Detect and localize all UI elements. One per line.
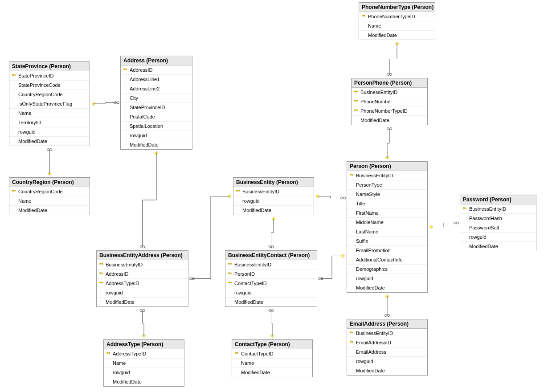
column-row[interactable]: ModifiedDate xyxy=(9,137,90,146)
column-row[interactable]: Title xyxy=(347,199,427,208)
column-row[interactable]: Name xyxy=(104,359,184,368)
entity-businessentityaddress[interactable]: BusinessEntityAddress (Person)BusinessEn… xyxy=(96,250,188,307)
column-row[interactable]: PhoneNumberTypeID xyxy=(359,12,435,21)
svg-point-1 xyxy=(387,74,389,76)
column-row[interactable]: ModifiedDate xyxy=(347,366,427,375)
column-row[interactable]: NameStyle xyxy=(347,190,427,199)
column-row[interactable]: CountryRegionCode xyxy=(9,187,90,196)
column-row[interactable]: TerritoryID xyxy=(9,118,90,127)
column-row[interactable]: IsOnlyStateProvinceFlag xyxy=(9,99,90,109)
entity-businessentitycontact[interactable]: BusinessEntityContact (Person)BusinessEn… xyxy=(225,250,317,307)
column-row[interactable]: ModifiedDate xyxy=(225,298,317,306)
column-row[interactable]: StateProvinceCode xyxy=(9,81,90,90)
column-row[interactable]: AddressTypeID xyxy=(104,349,184,359)
column-row[interactable]: ModifiedDate xyxy=(352,116,427,125)
column-row[interactable]: ModifiedDate xyxy=(233,206,314,215)
column-row[interactable]: ModifiedDate xyxy=(9,206,90,215)
column-row[interactable]: BusinessEntityID xyxy=(97,260,188,270)
column-row[interactable]: Name xyxy=(359,21,435,31)
column-row[interactable]: Name xyxy=(232,359,312,368)
column-name: Name xyxy=(17,198,31,204)
column-row[interactable]: PersonType xyxy=(347,180,427,190)
column-row[interactable]: AddressTypeID xyxy=(97,279,188,288)
entity-password[interactable]: Password (Person)BusinessEntityIDPasswor… xyxy=(460,195,536,251)
column-row[interactable]: AddressLine2 xyxy=(121,84,192,94)
column-row[interactable]: PasswordHash xyxy=(460,214,536,223)
entity-personphone[interactable]: PersonPhone (Person)BusinessEntityIDPhon… xyxy=(351,78,428,125)
column-row[interactable]: AddressID xyxy=(121,65,192,75)
svg-point-29 xyxy=(457,222,459,224)
column-row[interactable]: BusinessEntityID xyxy=(233,187,314,196)
column-row[interactable]: ModifiedDate xyxy=(460,242,536,251)
svg-point-4 xyxy=(390,128,392,130)
column-row[interactable]: EmailPromotion xyxy=(347,246,427,255)
entity-addresstype[interactable]: AddressType (Person)AddressTypeIDNamerow… xyxy=(103,339,184,387)
column-name: rowguid xyxy=(112,370,130,375)
entity-businessentity[interactable]: BusinessEntity (Person)BusinessEntityIDr… xyxy=(233,177,314,215)
column-row[interactable]: ModifiedDate xyxy=(104,377,184,386)
entity-phonenumbertype[interactable]: PhoneNumberType (Person)PhoneNumberTypeI… xyxy=(359,2,435,40)
column-row[interactable]: ModifiedDate xyxy=(121,140,192,149)
column-row[interactable]: PersonID xyxy=(225,270,317,279)
column-row[interactable]: ModifiedDate xyxy=(347,283,427,292)
column-row[interactable]: ModifiedDate xyxy=(97,298,188,306)
column-row[interactable]: LastName xyxy=(347,227,427,237)
svg-rect-89 xyxy=(353,332,353,334)
column-row[interactable]: rowguid xyxy=(97,288,188,298)
column-row[interactable]: SpatialLocation xyxy=(121,122,192,131)
column-row[interactable]: rowguid xyxy=(225,288,317,298)
column-row[interactable]: BusinessEntityID xyxy=(460,204,536,214)
column-name: ModifiedDate xyxy=(367,33,397,38)
column-row[interactable]: Suffix xyxy=(347,237,427,246)
column-row[interactable]: BusinessEntityID xyxy=(225,260,317,270)
column-row[interactable]: Name xyxy=(9,109,90,118)
column-row[interactable]: StateProvinceID xyxy=(9,71,90,81)
column-row[interactable]: CountryRegionCode xyxy=(9,90,90,99)
column-row[interactable]: ContactTypeID xyxy=(232,349,312,359)
column-row[interactable]: MiddleName xyxy=(347,218,427,227)
svg-point-16 xyxy=(269,246,271,248)
column-row[interactable]: ContactTypeID xyxy=(225,279,317,288)
column-row[interactable]: ModifiedDate xyxy=(232,368,312,377)
column-row[interactable]: BusinessEntityID xyxy=(347,171,427,180)
svg-point-9 xyxy=(47,149,49,151)
column-row[interactable]: PostalCode xyxy=(121,112,192,122)
column-row[interactable]: AddressLine1 xyxy=(121,75,192,84)
column-row[interactable]: Demographics xyxy=(347,265,427,274)
column-row[interactable]: ModifiedDate xyxy=(359,31,435,40)
entity-address[interactable]: Address (Person)AddressIDAddressLine1Add… xyxy=(120,56,192,150)
column-row[interactable]: rowguid xyxy=(347,357,427,366)
column-row[interactable]: StateProvinceID xyxy=(121,103,192,112)
svg-point-10 xyxy=(50,149,52,151)
column-row[interactable]: AddressID xyxy=(97,270,188,279)
entity-emailaddress[interactable]: EmailAddress (Person)BusinessEntityIDEma… xyxy=(347,319,428,376)
column-row[interactable]: PhoneNumber xyxy=(352,97,427,106)
column-row[interactable]: rowguid xyxy=(121,131,192,140)
column-row[interactable]: FirstName xyxy=(347,208,427,218)
column-row[interactable]: rowguid xyxy=(9,127,90,137)
column-row[interactable]: PasswordSalt xyxy=(460,223,536,233)
column-row[interactable]: BusinessEntityID xyxy=(352,88,427,97)
entity-stateprovince[interactable]: StateProvince (Person)StateProvinceIDSta… xyxy=(9,61,90,146)
entity-person[interactable]: Person (Person)BusinessEntityIDPersonTyp… xyxy=(347,161,428,293)
column-row[interactable]: PhoneNumberTypeID xyxy=(352,106,427,116)
entity-contacttype[interactable]: ContactType (Person)ContactTypeIDNameMod… xyxy=(232,339,313,377)
column-row[interactable]: rowguid xyxy=(104,368,184,377)
column-name: StateProvinceID xyxy=(129,105,165,110)
column-row[interactable]: rowguid xyxy=(233,196,314,206)
column-row[interactable]: Name xyxy=(9,196,90,206)
entity-title: PhoneNumberType (Person) xyxy=(359,3,435,12)
column-name: AddressTypeID xyxy=(112,351,146,356)
column-row[interactable]: rowguid xyxy=(460,233,536,242)
column-name: rowguid xyxy=(233,290,252,295)
column-row[interactable]: EmailAddress xyxy=(347,347,427,357)
svg-marker-15 xyxy=(272,217,275,220)
column-row[interactable]: BusinessEntityID xyxy=(347,329,427,338)
column-row[interactable]: City xyxy=(121,94,192,103)
column-row[interactable]: AdditionalContactInfo xyxy=(347,255,427,265)
column-row[interactable]: rowguid xyxy=(347,274,427,283)
svg-point-7 xyxy=(114,102,117,104)
svg-point-21 xyxy=(319,278,321,280)
column-row[interactable]: EmailAddressID xyxy=(347,338,427,347)
entity-countryregion[interactable]: CountryRegion (Person)CountryRegionCodeN… xyxy=(9,177,90,215)
